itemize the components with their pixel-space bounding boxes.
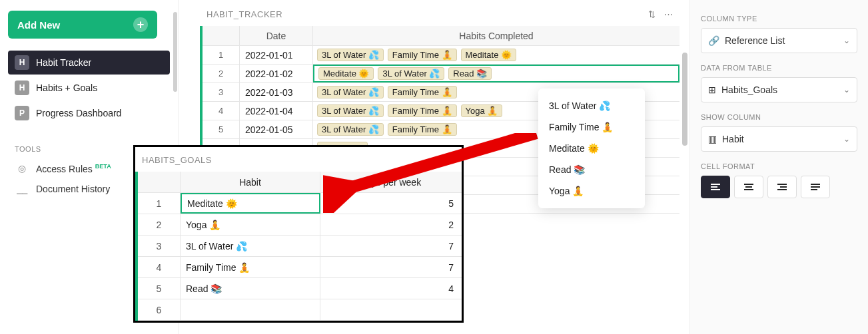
table-row[interactable]: 5Read 📚4: [138, 278, 462, 299]
cell-habits[interactable]: Meditate 🌞3L of Water 💦Read 📚: [313, 65, 679, 83]
nav-label: Progress Dashboard: [36, 108, 121, 118]
tool-label: Document History: [36, 184, 110, 194]
table-icon: ⊞: [708, 84, 716, 95]
row-number: 6: [138, 299, 181, 320]
cell-days[interactable]: 5: [320, 193, 462, 214]
row-number: 3: [138, 236, 181, 256]
habit-chip[interactable]: Yoga 🧘: [461, 104, 503, 117]
row-num-header: [203, 26, 240, 45]
table-row[interactable]: 12022-01-013L of Water 💦Family Time 🧘Med…: [203, 46, 679, 65]
sidebar-item-habits-goals[interactable]: HHabits + Goals: [8, 76, 170, 100]
table-row[interactable]: 33L of Water 💦7: [138, 236, 462, 257]
habit-chip[interactable]: 3L of Water 💦: [317, 104, 384, 117]
nav-icon: P: [15, 106, 29, 120]
data-from-select[interactable]: ⊞Habits_Goals ⌄: [701, 77, 857, 102]
tool-icon: ⎯⎯: [15, 184, 29, 194]
sidebar-item-habit-tracker[interactable]: HHabit Tracker: [8, 51, 170, 75]
nav-icon: H: [15, 81, 29, 95]
tool-icon: ◎: [15, 163, 29, 174]
col-header-habits[interactable]: Habits Completed: [313, 26, 679, 45]
cell-habit[interactable]: Family Time 🧘: [181, 257, 320, 277]
cell-habits[interactable]: 3L of Water 💦Family Time 🧘Meditate 🌞: [313, 46, 679, 64]
col-header-days[interactable]: days per week: [320, 172, 462, 192]
table-row[interactable]: 2Yoga 🧘2: [138, 214, 462, 236]
sidebar-scrollbar[interactable]: [173, 12, 177, 92]
add-new-button[interactable]: Add New +: [8, 11, 157, 39]
col-header-date[interactable]: Date: [240, 26, 313, 45]
row-num-header: [138, 172, 181, 192]
cell-habit[interactable]: 3L of Water 💦: [181, 236, 320, 256]
habits-goals-overlay: HABITS_GOALS Habitdays per week1Meditate…: [133, 145, 464, 323]
sidebar-item-progress-dashboard[interactable]: PProgress Dashboard: [8, 101, 170, 125]
habit-chip[interactable]: 3L of Water 💦: [317, 86, 384, 98]
habit-chip[interactable]: Meditate 🌞: [461, 49, 516, 61]
column-type-select[interactable]: 🔗Reference List ⌄: [701, 28, 857, 53]
cell-date[interactable]: 2022-01-01: [240, 46, 313, 64]
cell-date[interactable]: 2022-01-03: [240, 83, 313, 101]
col-header-habit[interactable]: Habit: [181, 172, 320, 192]
right-panel: COLUMN TYPE 🔗Reference List ⌄ DATA FROM …: [689, 0, 868, 334]
habits-goals-grid: Habitdays per week1Meditate 🌞52Yoga 🧘233…: [135, 172, 462, 321]
cell-habit[interactable]: Yoga 🧘: [181, 214, 320, 235]
column-icon: ▥: [708, 134, 717, 144]
align-right-button[interactable]: [767, 176, 797, 198]
grid-scrollbar[interactable]: [682, 53, 687, 146]
show-column-select[interactable]: ▥Habit ⌄: [701, 126, 857, 152]
align-wrap-button[interactable]: [801, 176, 830, 198]
cell-days[interactable]: 7: [320, 236, 462, 256]
table-title-bar: HABIT_TRACKER ⇅ ⋯: [200, 0, 679, 26]
row-number: 2: [203, 65, 240, 83]
habit-chip[interactable]: Meditate 🌞: [318, 67, 374, 80]
nav-list: HHabit TrackerHHabits + GoalsPProgress D…: [8, 51, 170, 125]
data-from-label: DATA FROM TABLE: [701, 64, 857, 72]
dropdown-item[interactable]: Meditate 🌞: [538, 138, 645, 159]
filter-icon[interactable]: ⇅: [648, 9, 656, 19]
habit-chip[interactable]: 3L of Water 💦: [378, 67, 444, 80]
row-number: 2: [138, 214, 181, 235]
reference-dropdown: 3L of Water 💦Family Time 🧘Meditate 🌞Read…: [538, 88, 645, 208]
cell-habit[interactable]: [181, 299, 320, 320]
habit-chip[interactable]: Family Time 🧘: [388, 123, 457, 136]
habit-chip[interactable]: Read 📚: [448, 67, 492, 80]
row-number: 3: [203, 83, 240, 101]
dropdown-item[interactable]: Read 📚: [538, 159, 645, 180]
align-group: [701, 176, 857, 198]
chevron-down-icon: ⌄: [843, 36, 850, 45]
cell-habit[interactable]: Read 📚: [181, 278, 320, 299]
tool-label: Access RulesBETA: [36, 163, 111, 174]
chevron-down-icon: ⌄: [843, 85, 850, 94]
plus-icon: +: [133, 17, 148, 32]
cell-format-label: CELL FORMAT: [701, 162, 857, 170]
cell-days[interactable]: 2: [320, 214, 462, 235]
table-row[interactable]: 22022-01-02Meditate 🌞3L of Water 💦Read 📚: [203, 65, 679, 83]
cell-habit[interactable]: Meditate 🌞: [181, 193, 320, 214]
overlay-title: HABITS_GOALS: [135, 147, 462, 172]
cell-date[interactable]: 2022-01-04: [240, 102, 313, 120]
link-icon: 🔗: [708, 35, 719, 46]
cell-date[interactable]: 2022-01-02: [240, 65, 313, 83]
row-number: 1: [138, 193, 181, 214]
habit-chip[interactable]: Family Time 🧘: [388, 104, 457, 117]
habit-chip[interactable]: 3L of Water 💦: [317, 123, 384, 136]
align-center-button[interactable]: [734, 176, 763, 198]
nav-label: Habits + Goals: [36, 83, 97, 93]
habit-chip[interactable]: Family Time 🧘: [388, 49, 457, 61]
table-row[interactable]: 6: [138, 299, 462, 321]
nav-label: Habit Tracker: [36, 57, 91, 68]
cell-days[interactable]: 7: [320, 257, 462, 277]
table-row[interactable]: 1Meditate 🌞5: [138, 193, 462, 214]
dropdown-item[interactable]: Yoga 🧘: [538, 180, 645, 202]
row-number: 5: [203, 120, 240, 138]
table-row[interactable]: 4Family Time 🧘7: [138, 257, 462, 278]
column-type-label: COLUMN TYPE: [701, 15, 857, 23]
dropdown-item[interactable]: Family Time 🧘: [538, 116, 645, 138]
cell-date[interactable]: 2022-01-05: [240, 120, 313, 138]
habit-chip[interactable]: 3L of Water 💦: [317, 49, 384, 61]
chevron-down-icon: ⌄: [843, 134, 850, 144]
cell-days[interactable]: 4: [320, 278, 462, 299]
more-icon[interactable]: ⋯: [664, 9, 673, 19]
align-left-button[interactable]: [701, 176, 730, 198]
dropdown-item[interactable]: 3L of Water 💦: [538, 95, 645, 116]
cell-days[interactable]: [320, 299, 462, 320]
habit-chip[interactable]: Family Time 🧘: [388, 86, 457, 98]
